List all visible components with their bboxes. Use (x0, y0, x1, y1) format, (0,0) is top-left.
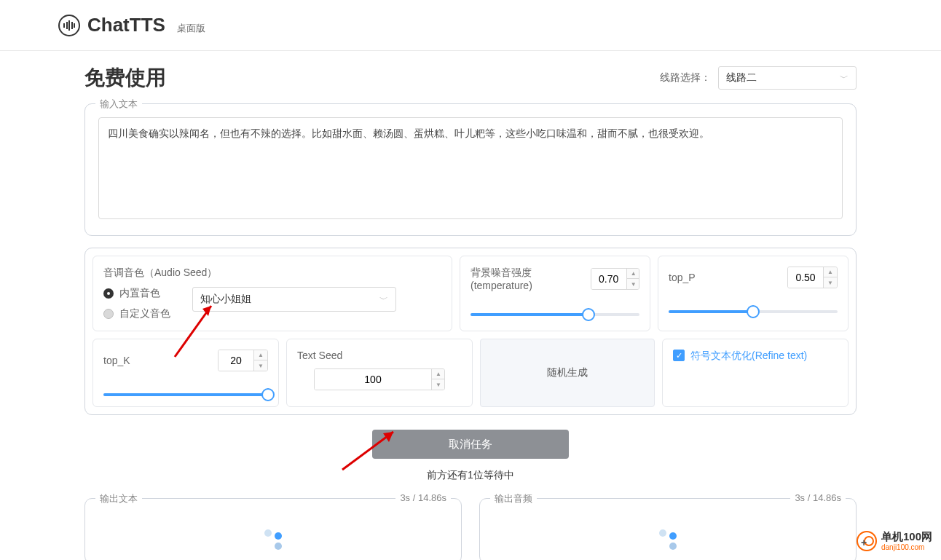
output-audio-time: 3s / 14.86s (790, 492, 846, 503)
output-audio-card: 输出音频 3s / 14.86s (479, 498, 857, 560)
chevron-down-icon: ﹀ (840, 72, 849, 84)
spinner-up-icon[interactable]: ▲ (824, 267, 837, 277)
loading-spinner-icon (655, 529, 681, 550)
text-seed-input[interactable]: ▲▼ (314, 368, 445, 390)
top-p-label: top_P (669, 272, 696, 283)
radio-custom-label: 自定义音色 (119, 307, 170, 320)
spinner-up-icon[interactable]: ▲ (254, 350, 267, 360)
radio-builtin-label: 内置音色 (119, 287, 160, 300)
input-textarea[interactable] (98, 117, 843, 219)
header: ChatTTS 桌面版 (0, 0, 941, 51)
audio-preset-select[interactable]: 知心小姐姐 ﹀ (192, 287, 396, 312)
app-subtitle: 桌面版 (177, 22, 205, 35)
audio-seed-card: 音调音色（Audio Seed） 内置音色 自定义音色 知心小姐姐 (92, 256, 452, 331)
chevron-down-icon: ﹀ (379, 293, 388, 306)
radio-builtin[interactable]: 内置音色 (103, 287, 170, 300)
temperature-slider[interactable] (470, 313, 639, 316)
top-p-input-field[interactable] (788, 267, 823, 288)
radio-dot-unchecked-icon (103, 309, 114, 319)
text-seed-input-field[interactable] (315, 369, 431, 390)
top-k-input-field[interactable] (218, 350, 253, 371)
output-audio-legend: 输出音频 (490, 492, 537, 505)
refine-text-label: 符号文本优化(Refine text) (690, 350, 807, 363)
spinner-down-icon[interactable]: ▼ (824, 277, 837, 288)
input-text-group: 输入文本 (84, 103, 857, 236)
temperature-label: 背景噪音强度(temperature) (470, 267, 591, 291)
refine-text-card[interactable]: ✓ 符号文本优化(Refine text) (662, 339, 849, 407)
random-generate-label: 随机生成 (547, 366, 588, 379)
temperature-card: 背景噪音强度(temperature) ▲▼ (460, 256, 650, 331)
params-panel: 音调音色（Audio Seed） 内置音色 自定义音色 知心小姐姐 (84, 248, 857, 415)
logo-icon (58, 15, 80, 36)
top-k-slider[interactable] (103, 393, 268, 396)
route-select-value: 线路二 (726, 71, 757, 84)
output-text-legend: 输出文本 (95, 492, 142, 505)
watermark-en: danji100.com (881, 543, 932, 551)
queue-status: 前方还有1位等待中 (84, 469, 857, 482)
spinner-up-icon[interactable]: ▲ (627, 268, 639, 279)
watermark-logo-icon: + (857, 531, 877, 551)
spinner-up-icon[interactable]: ▲ (432, 368, 445, 379)
top-k-input[interactable]: ▲▼ (218, 350, 268, 371)
random-generate-button[interactable]: 随机生成 (480, 339, 655, 407)
watermark-cn: 单机100网 (881, 531, 932, 543)
input-text-legend: 输入文本 (95, 98, 142, 111)
checkbox-checked-icon: ✓ (673, 350, 685, 361)
loading-spinner-icon (260, 529, 286, 550)
radio-custom[interactable]: 自定义音色 (103, 307, 170, 320)
spinner-down-icon[interactable]: ▼ (432, 379, 445, 390)
text-seed-label: Text Seed (297, 350, 462, 361)
spinner-down-icon[interactable]: ▼ (627, 279, 639, 290)
temperature-input[interactable]: ▲▼ (591, 268, 639, 290)
audio-preset-value: 知心小姐姐 (200, 293, 251, 306)
page-title: 免费使用 (84, 64, 166, 92)
output-text-time: 3s / 14.86s (395, 492, 451, 503)
top-p-card: top_P ▲▼ (658, 256, 849, 331)
top-k-card: top_K ▲▼ (92, 339, 279, 407)
output-text-card: 输出文本 3s / 14.86s (84, 498, 462, 560)
top-k-label: top_K (103, 355, 130, 366)
app-title: ChatTTS (87, 14, 165, 36)
cancel-task-button[interactable]: 取消任务 (372, 430, 569, 459)
top-p-slider[interactable] (669, 310, 838, 313)
temperature-input-field[interactable] (591, 269, 626, 289)
radio-dot-checked-icon (103, 288, 114, 299)
text-seed-card: Text Seed ▲▼ (286, 339, 473, 407)
spinner-down-icon[interactable]: ▼ (254, 360, 267, 371)
top-p-input[interactable]: ▲▼ (787, 267, 838, 288)
route-label: 线路选择： (660, 71, 711, 84)
audio-seed-label: 音调音色（Audio Seed） (103, 267, 441, 280)
route-select[interactable]: 线路二 ﹀ (718, 66, 857, 90)
watermark: + 单机100网 danji100.com (857, 531, 932, 551)
